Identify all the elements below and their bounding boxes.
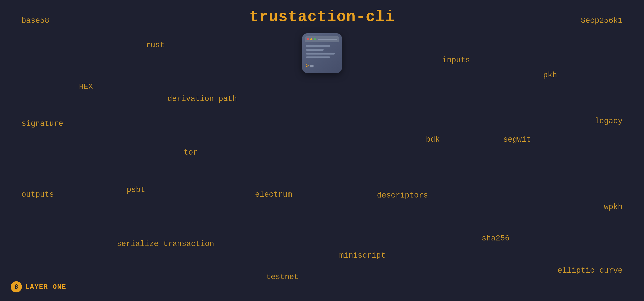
- tag-tor: tor: [184, 148, 198, 157]
- titlebar-bar: [318, 39, 337, 40]
- tag-testnet: testnet: [266, 273, 298, 282]
- dot-yellow: [310, 38, 312, 40]
- page-title: trustaction-cli: [249, 8, 395, 26]
- tag-pkh: pkh: [543, 71, 557, 80]
- terminal-lines: [306, 45, 338, 60]
- dot-red: [307, 38, 309, 40]
- tag-bdk: bdk: [426, 135, 440, 144]
- tag-serialize-transaction: serialize transaction: [117, 240, 214, 248]
- tag-base58: base58: [22, 16, 49, 25]
- tag-sha256: sha256: [482, 234, 510, 243]
- tag-secp256k1: Secp256k1: [581, 16, 622, 25]
- tag-inputs: inputs: [442, 56, 470, 64]
- dot-green: [314, 38, 316, 40]
- terminal-prompt: >: [306, 63, 314, 69]
- term-line-1: [306, 45, 330, 47]
- term-line-4: [306, 56, 330, 58]
- logo-container: ₿ LAYER ONE: [11, 281, 66, 292]
- tag-psbt: psbt: [127, 186, 145, 194]
- term-line-3: [306, 52, 335, 54]
- tag-outputs: outputs: [22, 190, 54, 199]
- bitcoin-logo-icon: ₿: [11, 281, 22, 292]
- terminal-icon: >: [302, 33, 342, 73]
- prompt-cursor: [310, 65, 314, 68]
- terminal-titlebar: [305, 36, 339, 42]
- tag-segwit: segwit: [503, 135, 531, 144]
- prompt-arrow-icon: >: [306, 63, 309, 69]
- tag-rust: rust: [146, 41, 164, 50]
- tag-legacy: legacy: [595, 117, 622, 126]
- tag-wpkh: wpkh: [604, 203, 622, 212]
- logo-label: LAYER ONE: [25, 283, 66, 291]
- tag-miniscript: miniscript: [339, 251, 386, 260]
- tag-hex: HEX: [79, 82, 93, 91]
- tag-signature: signature: [22, 119, 63, 128]
- tag-electrum: electrum: [255, 190, 292, 199]
- tag-descriptors: descriptors: [377, 191, 428, 200]
- tag-elliptic-curve: elliptic curve: [558, 266, 622, 275]
- term-line-2: [306, 49, 324, 51]
- tag-derivation-path: derivation path: [168, 94, 237, 103]
